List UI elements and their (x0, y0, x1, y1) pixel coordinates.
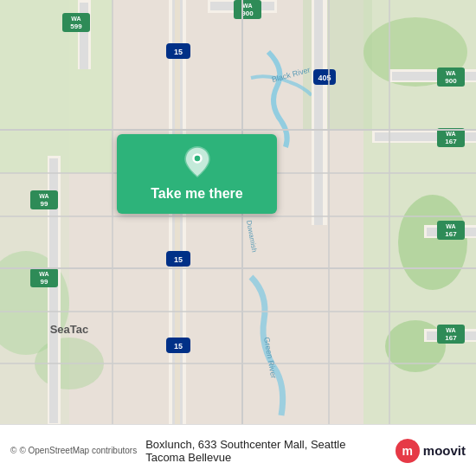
svg-point-76 (194, 156, 200, 162)
moovit-logo: m moovit (396, 439, 466, 463)
location-pin-icon (182, 146, 213, 177)
svg-rect-20 (314, 0, 323, 225)
location-info: Boxlunch, 633 Southcenter Mall, Seattle … (137, 438, 396, 464)
moovit-icon: m (396, 439, 420, 463)
location-name: Boxlunch, 633 Southcenter Mall, Seattle … (145, 438, 345, 464)
svg-text:WA: WA (39, 271, 48, 277)
attribution: © © OpenStreetMap contributors (10, 446, 137, 455)
svg-text:167: 167 (445, 334, 457, 342)
svg-text:WA: WA (446, 223, 455, 229)
svg-text:WA: WA (71, 16, 80, 22)
take-me-there-button[interactable]: Take me there (117, 134, 277, 214)
svg-point-7 (385, 320, 446, 372)
svg-text:900: 900 (445, 77, 457, 85)
svg-text:15: 15 (174, 342, 183, 351)
svg-point-6 (398, 195, 467, 290)
svg-text:WA: WA (446, 131, 455, 137)
svg-rect-32 (80, 3, 88, 69)
svg-text:WA: WA (446, 70, 455, 76)
attribution-text: © OpenStreetMap contributors (19, 446, 137, 455)
svg-text:WA: WA (446, 327, 455, 333)
map-view: 15 15 15 405 WA 99 WA 99 WA 599 WA 900 (0, 0, 476, 424)
bottom-bar: © © OpenStreetMap contributors Boxlunch,… (0, 424, 476, 476)
svg-text:15: 15 (174, 255, 183, 264)
svg-text:WA: WA (39, 193, 48, 199)
take-me-there-label: Take me there (151, 186, 242, 202)
svg-text:167: 167 (445, 138, 457, 145)
moovit-brand-name: moovit (423, 443, 466, 458)
svg-text:SeaTac: SeaTac (50, 323, 89, 336)
svg-text:900: 900 (241, 10, 254, 17)
svg-text:WA: WA (242, 3, 252, 9)
svg-text:599: 599 (70, 23, 82, 30)
copyright-symbol: © (10, 446, 16, 455)
svg-text:99: 99 (41, 278, 48, 286)
svg-text:167: 167 (445, 230, 457, 238)
svg-text:99: 99 (41, 200, 48, 208)
svg-text:15: 15 (174, 48, 183, 56)
